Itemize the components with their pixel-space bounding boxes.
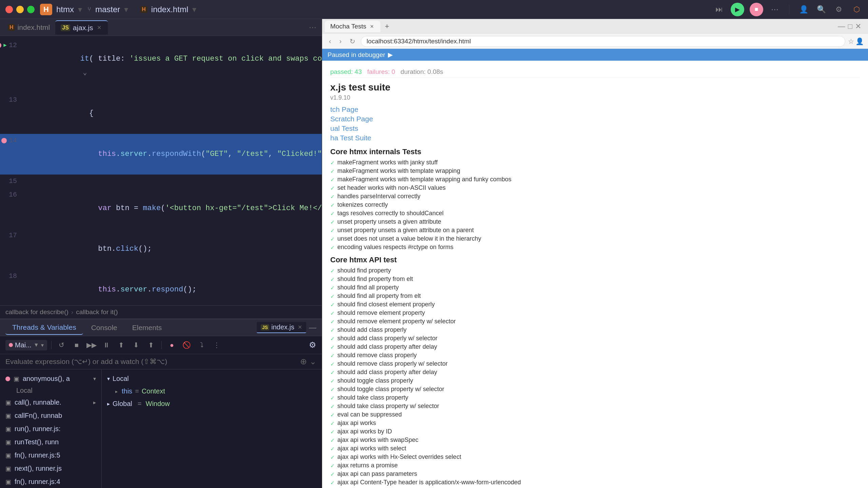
account-icon[interactable]: 👤 [797, 3, 810, 16]
expand-watch-icon[interactable]: ⌄ [310, 357, 316, 366]
thread-selector[interactable]: Mai... ▼ ▾ [5, 340, 47, 350]
expression-bar: ⊕ ⌄ [0, 354, 322, 369]
panel-settings-button[interactable]: ⚙ [309, 340, 316, 350]
thread-expand-icon[interactable]: ▾ [93, 375, 96, 382]
test-check-icon: ✓ [330, 268, 335, 274]
nav-link-2[interactable]: ual Tests [330, 124, 860, 133]
skip-forward-button[interactable]: ⏭ [713, 3, 725, 16]
close-browser-tab-button[interactable]: ✕ [369, 23, 375, 29]
settings-icon[interactable]: ⚙ [833, 3, 845, 16]
nav-link-3[interactable]: ha Test Suite [330, 134, 860, 142]
browser-minimize-button[interactable]: — [838, 22, 845, 31]
breadcrumb: callback for describe() › callback for i… [0, 305, 322, 319]
tab-index-html[interactable]: H index.html [3, 21, 55, 34]
editor-tab-menu-button[interactable]: ⋯ [306, 22, 319, 33]
debug-file-js-icon: JS [261, 324, 269, 330]
tab-threads-variables[interactable]: Threads & Variables [5, 321, 83, 335]
add-breakpoint-button[interactable]: ● [166, 339, 178, 351]
nav-link-0[interactable]: tch Page [330, 105, 860, 114]
step-into-button[interactable]: ⬇ [130, 339, 142, 351]
step-out-button[interactable]: ⬆ [145, 339, 157, 351]
test-item: ✓should remove element property [330, 309, 860, 317]
tab-ajax-label: ajax.js [73, 24, 93, 32]
thread-collapse-icon[interactable]: ▸ [93, 399, 96, 406]
thread-chevron-icon: ▾ [41, 342, 44, 348]
var-expand-icon[interactable]: ▸ [115, 389, 118, 394]
resume-paused-button[interactable]: ▶ [388, 51, 393, 59]
url-bar[interactable]: localhost:63342/htmx/test/index.html [361, 36, 845, 47]
tab-elements[interactable]: Elements [125, 321, 169, 334]
line-number-14: 14 [0, 134, 24, 147]
thread-fn2[interactable]: ▣ fn(), runner.js:4 [0, 475, 101, 488]
search-icon[interactable]: 🔍 [815, 3, 827, 16]
test-item: ✓ajax api works with Hx-Select overrides… [330, 453, 860, 461]
thread-runtest[interactable]: ▣ runTest(), runn [0, 435, 101, 449]
run-button[interactable]: ▶ [731, 3, 744, 16]
thread-next1[interactable]: ▣ next(), runner.js [0, 462, 101, 475]
bookmark-icon[interactable]: ☆ [848, 37, 854, 45]
mute-breakpoints-button[interactable]: 🚫 [181, 339, 193, 351]
expression-input[interactable] [5, 358, 297, 366]
breadcrumb-it[interactable]: callback for it() [76, 308, 118, 316]
restart-debug-button[interactable]: ↺ [56, 339, 68, 351]
test-check-icon: ✓ [330, 194, 335, 200]
test-check-icon: ✓ [330, 285, 335, 291]
close-debug-tab-button[interactable]: ✕ [298, 324, 302, 330]
file-selector[interactable]: H index.html ▾ [140, 5, 196, 14]
minimize-window-button[interactable] [16, 6, 24, 13]
var-this-value: Context [142, 387, 165, 395]
breakpoint-indicator[interactable] [0, 43, 1, 48]
add-watch-icon[interactable]: ⊕ [300, 357, 307, 366]
tab-console[interactable]: Console [84, 321, 124, 334]
forward-button[interactable]: › [337, 36, 344, 46]
more-debug-options-button[interactable]: ⋮ [211, 339, 223, 351]
user-profile-icon[interactable]: 👤 [855, 37, 864, 45]
test-item: ✓unset property unsets a given attribute… [330, 226, 860, 235]
test-check-icon: ✓ [330, 244, 335, 251]
breadcrumb-describe[interactable]: callback for describe() [5, 308, 68, 316]
local-variables-header[interactable]: ▾ Local [102, 372, 322, 385]
test-item: ✓should find property from elt [330, 275, 860, 283]
browser-panel: Mocha Tests ✕ + — □ ✕ ‹ › ↻ localhost:63… [322, 19, 868, 488]
step-cursor-button[interactable]: ⤵ [196, 339, 208, 351]
thread-call[interactable]: ▣ call(), runnable. ▸ [0, 396, 101, 409]
more-options-icon[interactable]: ⋯ [769, 3, 781, 16]
browser-close-button[interactable]: ✕ [855, 22, 861, 31]
nav-link-1[interactable]: Scratch Page [330, 115, 860, 123]
stop-button[interactable]: ■ [750, 3, 763, 16]
variable-this[interactable]: ▸ this = Context [102, 385, 322, 397]
line-collapse-button[interactable]: ⌄ [83, 69, 87, 77]
debug-tab-bar: Threads & Variables Console Elements JS … [0, 319, 322, 336]
back-button[interactable]: ‹ [326, 36, 334, 46]
thread-fn1-label: fn(), runner.js:5 [15, 451, 60, 459]
new-tab-button[interactable]: + [382, 21, 392, 32]
stop-debug-button[interactable]: ■ [71, 339, 83, 351]
browser-maximize-button[interactable]: □ [848, 22, 852, 31]
branch-selector[interactable]: ⑂ master ▾ [87, 5, 128, 14]
test-item: ✓encoding values respects #rctype on for… [330, 243, 860, 251]
minimize-debug-panel-button[interactable]: — [309, 323, 316, 332]
maximize-window-button[interactable] [27, 6, 35, 13]
pause-debug-button[interactable]: ⏸ [100, 339, 113, 351]
resume-debug-button[interactable]: ▶▶ [85, 339, 98, 351]
code-editor[interactable]: ▶ 12 it( title: 'issues a GET request on… [0, 36, 322, 305]
thread-run[interactable]: ▣ run(), runner.js: [0, 422, 101, 435]
breakpoint-dot-14[interactable] [1, 138, 7, 143]
close-ajax-tab-button[interactable]: ✕ [96, 24, 102, 31]
thread-fn1[interactable]: ▣ fn(), runner.js:5 [0, 449, 101, 462]
current-execution-arrow: ▶ [3, 39, 7, 52]
close-window-button[interactable] [5, 6, 13, 13]
browser-content[interactable]: passed: 43 failures: 0 duration: 0.08s x… [322, 61, 868, 488]
tab-ajax-js[interactable]: JS ajax.js ✕ [55, 20, 108, 35]
refresh-button[interactable]: ↻ [347, 36, 358, 47]
htmx-plugin-icon[interactable]: ⬡ [850, 3, 863, 16]
browser-tab-mocha[interactable]: Mocha Tests ✕ [325, 21, 380, 32]
thread-callfn[interactable]: ▣ callFn(), runnab [0, 409, 101, 422]
test-item: ✓ajax api works by ID [330, 427, 860, 436]
app-brand[interactable]: H htmx ▾ [40, 4, 82, 15]
test-item-label: ajax api works with Hx-Select overrides … [337, 453, 461, 461]
global-variables-header[interactable]: ▸ Global = Window [102, 397, 322, 410]
thread-anonymous[interactable]: ▣ anonymous(), a ▾ [0, 372, 101, 385]
test-check-icon: ✓ [330, 202, 335, 208]
step-over-button[interactable]: ⬆ [115, 339, 127, 351]
